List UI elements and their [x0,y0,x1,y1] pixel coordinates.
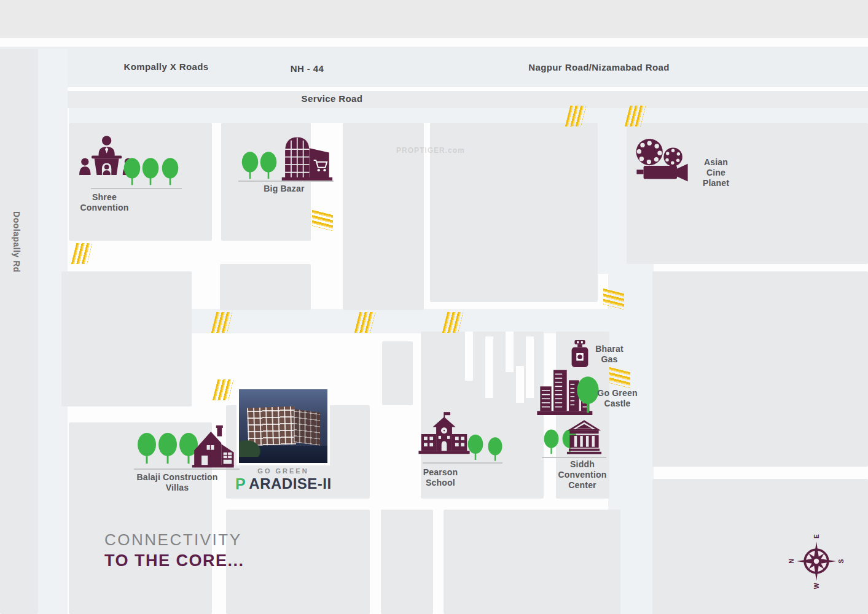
map-block [61,271,192,406]
tree-icon [123,157,141,188]
lane [516,366,524,403]
tree-icon [241,151,259,182]
villa-house-icon [188,420,236,470]
road-hatch-marker [71,243,92,264]
map-block [444,510,620,614]
svg-text:P: P [235,476,246,492]
ground-line [134,468,240,470]
location-map: Kompally X Roads NH - 44 Nagpur Road/Niz… [0,0,868,614]
map-edge-band [0,0,868,38]
tagline-line1: CONNECTIVITY [104,530,242,550]
road-label-doolapally: Doolapally Rd [12,202,22,282]
landmark-label-pearson-school: Pearson School [401,467,480,488]
lane [465,332,473,381]
project-logo: GO GREEN P ARADISE-II [229,467,338,492]
road-label-kompally: Kompally X Roads [109,61,223,72]
map-block [220,264,311,310]
compass-icon: N E S W [788,532,845,590]
svg-text:N: N [788,559,795,563]
logo-paradise-text: P ARADISE-II [229,475,338,492]
watermark: PROPTIGER.com [396,146,465,155]
svg-text:S: S [838,559,845,563]
road [192,309,659,333]
svg-text:W: W [813,583,820,589]
road-label-nagpur: Nagpur Road/Nizamabad Road [507,62,691,72]
logo-paradise-rest: ARADISE-II [249,475,331,492]
tree-icon [157,430,178,469]
map-block [0,49,38,614]
road [69,108,868,123]
project-photo [237,387,330,465]
tree-icon [136,430,157,469]
map-block [652,271,868,467]
photo-greenery [239,438,264,457]
landmark-label-balaji-villas: Balaji Construction Villas [120,472,234,493]
lane [526,336,534,398]
convention-hall-icon [565,414,603,458]
tree-icon [467,433,484,464]
tree-icon [161,157,179,188]
tree-icon [543,429,560,457]
ground-line [423,462,502,464]
logo-go-green-text: GO GREEN [229,467,338,475]
svg-text:E: E [813,534,820,538]
tree-icon [487,437,503,464]
cinema-camera-icon [633,135,692,187]
landmark-label-go-green-castle: Go Green Castle [587,388,648,409]
map-block [381,510,433,614]
ground-line [542,457,606,458]
ground-line [238,181,334,182]
project-photo-image [239,389,327,463]
lane [506,332,514,372]
lane [485,336,493,398]
mall-icon [275,128,333,183]
school-icon [418,405,471,463]
tree-icon [141,157,160,188]
landmark-label-asian-cine-planet: Asian Cine Planet [687,157,745,188]
logo-p-glyph: P [235,476,248,492]
ground-line [91,188,182,189]
road-hatch-marker [213,379,233,400]
map-block [382,341,413,405]
road-hatch-marker [312,210,333,231]
photo-building-side [294,409,320,445]
road-label-service: Service Road [287,93,377,104]
landmark-label-siddh-convention: Siddh Convention Center [542,459,622,490]
tagline-line2: TO THE CORE... [104,551,244,570]
landmark-label-bharat-gas: Bharat Gas [585,344,634,365]
map-block [226,510,370,614]
road [596,108,628,274]
landmark-label-big-bazar: Big Bazar [240,184,329,194]
road-label-nh44: NH - 44 [273,63,341,74]
landmark-label-shree-convention: Shree Convention [61,192,147,213]
service-road-band [0,91,868,108]
